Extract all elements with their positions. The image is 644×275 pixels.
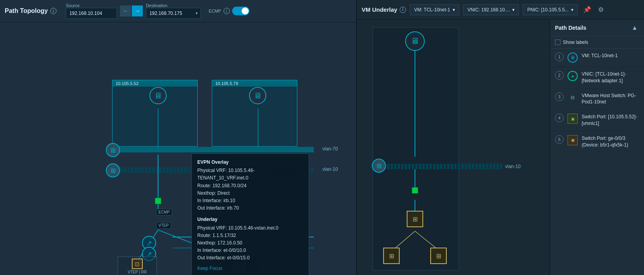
step-icon-3: ⊟: [568, 92, 578, 103]
source-label: Source: [66, 3, 117, 8]
pnic-dropdown-chevron: ▾: [571, 7, 573, 13]
step-icon-4: ▣: [568, 114, 578, 124]
left-panel-header: Path Topology i Source ← → Destination 1…: [0, 0, 356, 22]
right-panel: VM Underlay i VM: TCL-10net-1 ▾ VNIC: 19…: [357, 0, 644, 275]
show-labels-text: Show labels: [563, 40, 588, 45]
vm-switch-icon-2: ⊞: [430, 248, 447, 264]
vm-computer-node[interactable]: 🖥: [405, 31, 425, 51]
vm-junction-box: [412, 187, 418, 194]
vm-dropdown-btn[interactable]: VM: TCL-10net-1 ▾: [410, 4, 459, 15]
vtep-switch-icon-1: ⊡: [132, 259, 143, 269]
tooltip-physical-vrf-2: Physical VRF: 10.105.5.46-vxlan.inet.0: [197, 224, 303, 232]
path-item-1: 1 🖥 VM: TCL-10net-1: [550, 49, 644, 67]
vm-sub-switch-2[interactable]: ⊞: [430, 248, 447, 264]
tooltip-nexthop-1: Nexthop: Direct: [197, 190, 303, 197]
computer-icon-2: 🖥: [249, 87, 266, 104]
destination-select[interactable]: 192.168.70.175: [146, 8, 201, 19]
step-num-4: 4: [555, 114, 564, 122]
tooltip-in-interface-1: In Interface: irb.10: [197, 197, 303, 204]
computer-node-1[interactable]: 🖥: [149, 87, 167, 104]
step-icon-5: ▣: [568, 135, 578, 145]
vm-dropdown-chevron: ▾: [453, 7, 455, 13]
step-text-4: Switch Port: [10.105.5.52]-[vmnic1]: [582, 114, 639, 127]
vm-switch-icon-1: ⊞: [383, 248, 400, 264]
tooltip-physical-vrf-1: Physical VRF: 10.105.5.46-TENANT_10_VRF.…: [197, 167, 303, 182]
switch-box-2-label: 10.105.5.79: [212, 80, 297, 87]
destination-select-wrapper: 192.168.70.175: [146, 8, 201, 19]
vm-underlay-info-icon[interactable]: i: [400, 7, 406, 13]
vm-dropdown-label: VM: TCL-10net-1: [414, 7, 450, 13]
vm-main-switch[interactable]: ⊞: [407, 211, 423, 227]
tooltip-section1-title: EVPN Overlay: [197, 159, 303, 166]
vnic-dropdown-btn[interactable]: VNIC: 192.168.10.... ▾: [463, 4, 519, 15]
destination-label: Destination: [146, 3, 201, 8]
vm-sub-switch-1[interactable]: ⊞: [383, 248, 400, 264]
vm-underlay-title: VM Underlay i: [362, 6, 406, 13]
ecmp-toggle[interactable]: [232, 7, 249, 15]
vm-underlay-canvas: 🖥 ⊞ vlan-10 ⊞ ⊞ ⊞: [357, 20, 550, 275]
path-item-4: 4 ▣ Switch Port: [10.105.5.52]-[vmnic1]: [550, 110, 644, 131]
path-details-header: Path Details ▲: [550, 20, 644, 36]
vtep-box: VTEP: [156, 222, 171, 229]
ecmp-label: ECMP: [209, 9, 221, 13]
pnic-dropdown-btn[interactable]: PNIC: [10.105.5.5... ▾: [523, 4, 577, 15]
vm-vlan10-label: vlan-10: [505, 164, 520, 169]
show-labels-container: Show labels: [550, 36, 644, 49]
right-content: 🖥 ⊞ vlan-10 ⊞ ⊞ ⊞: [357, 20, 644, 275]
path-topology-info-icon[interactable]: i: [50, 8, 56, 14]
router-icon-2: ⊞: [106, 163, 120, 177]
step-icon-1: 🖥: [568, 52, 578, 63]
ecmp-info-icon[interactable]: i: [224, 8, 230, 14]
keep-focus-link[interactable]: Keep Focus: [197, 265, 303, 272]
router-node-2[interactable]: ⊞: [106, 163, 120, 177]
step-text-3: VMware Host Switch: PG-Pod1-10net: [582, 92, 639, 106]
source-field: Source: [66, 3, 117, 19]
step-text-5: Switch Port: ge-0/0/3 (Device: b5r1-qfx5…: [582, 135, 639, 148]
tooltip-route-2: Route: 1.1.5.17/32: [197, 232, 303, 239]
pin-icon-btn[interactable]: 📌: [582, 5, 593, 14]
vlan10-label: vlan-10: [322, 166, 338, 172]
arrow-left-btn[interactable]: ←: [120, 5, 131, 16]
step-num-2: 2: [555, 71, 564, 80]
step-text-2: VNIC: [TCL-10net-1]-[Network adapter 1]: [582, 71, 639, 84]
router-node-1[interactable]: ⊞: [106, 143, 120, 157]
tooltip-in-interface-2: In Interface: et-0/0/10.0: [197, 247, 303, 254]
computer-icon-1: 🖥: [149, 87, 167, 104]
tooltip-nexthop-2: Nexthop: 172.16.0.50: [197, 239, 303, 247]
source-input[interactable]: [66, 8, 117, 19]
tooltip-box: EVPN Overlay Physical VRF: 10.105.5.46-T…: [191, 154, 309, 275]
show-labels-checkbox[interactable]: [555, 40, 560, 45]
path-item-2: 2 ● VNIC: [TCL-10net-1]-[Network adapter…: [550, 67, 644, 89]
router-icon-1: ⊞: [106, 143, 120, 157]
vm-router-icon: ⊞: [372, 159, 386, 173]
vm-switch-icon-main: ⊞: [407, 211, 423, 227]
left-panel: Path Topology i Source ← → Destination 1…: [0, 0, 357, 275]
step-num-5: 5: [555, 135, 564, 144]
step-text-1: VM: TCL-10net-1: [582, 52, 618, 59]
settings-icon-btn[interactable]: ⚙: [597, 5, 605, 14]
vtep-rr-box-1: ⊡ VTEP | RR: [118, 257, 157, 275]
vlan70-label: vlan-70: [322, 146, 338, 152]
vnic-dropdown-chevron: ▾: [512, 7, 515, 13]
path-item-3: 3 ⊟ VMware Host Switch: PG-Pod1-10net: [550, 89, 644, 110]
vtep-rr-label-1: VTEP | RR: [128, 270, 147, 274]
path-details-collapse-btn[interactable]: ▲: [630, 24, 639, 32]
arrow-right-btn[interactable]: →: [132, 5, 143, 16]
vm-computer-icon: 🖥: [405, 31, 425, 51]
title-text: Path Topology: [5, 7, 48, 14]
step-icon-2: ●: [568, 71, 578, 81]
vm-box: [373, 27, 459, 270]
path-details-title: Path Details: [555, 25, 586, 31]
computer-node-2[interactable]: 🖥: [249, 87, 266, 104]
ecmp-container: ECMP i: [209, 7, 249, 15]
path-details-sidebar: Path Details ▲ Show labels 1 🖥 VM: TCL-1…: [550, 20, 644, 275]
vm-router-node[interactable]: ⊞: [372, 159, 386, 173]
tooltip-out-interface-1: Out Interface: irb.70: [197, 204, 303, 212]
source-dest-container: Source ← → Destination 192.168.70.175 EC…: [66, 3, 249, 19]
tooltip-out-interface-2: Out Interface: et-0/0/15.0: [197, 254, 303, 262]
right-panel-header: VM Underlay i VM: TCL-10net-1 ▾ VNIC: 19…: [357, 0, 644, 20]
switch-box-1-label: 10.105.5.52: [113, 80, 197, 87]
junction-box-1: [155, 198, 161, 204]
step-num-3: 3: [555, 92, 564, 101]
path-topology-title: Path Topology i: [5, 7, 56, 14]
